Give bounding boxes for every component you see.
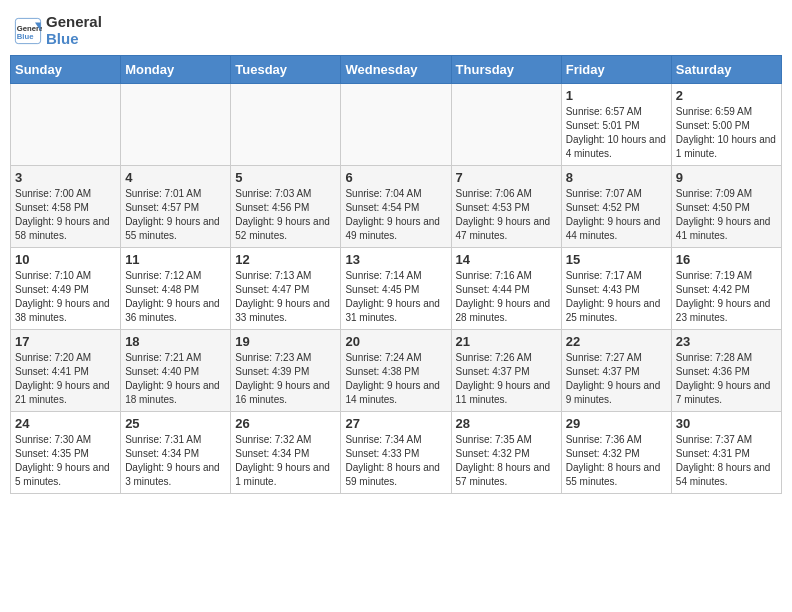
calendar-cell: 10Sunrise: 7:10 AM Sunset: 4:49 PM Dayli… [11,248,121,330]
day-info: Sunrise: 7:09 AM Sunset: 4:50 PM Dayligh… [676,187,777,243]
day-info: Sunrise: 7:12 AM Sunset: 4:48 PM Dayligh… [125,269,226,325]
day-number: 22 [566,334,667,349]
day-header-saturday: Saturday [671,56,781,84]
calendar-week-row: 10Sunrise: 7:10 AM Sunset: 4:49 PM Dayli… [11,248,782,330]
day-number: 12 [235,252,336,267]
day-info: Sunrise: 7:01 AM Sunset: 4:57 PM Dayligh… [125,187,226,243]
day-number: 14 [456,252,557,267]
calendar-cell: 7Sunrise: 7:06 AM Sunset: 4:53 PM Daylig… [451,166,561,248]
day-number: 2 [676,88,777,103]
day-number: 8 [566,170,667,185]
calendar-cell: 21Sunrise: 7:26 AM Sunset: 4:37 PM Dayli… [451,330,561,412]
day-header-thursday: Thursday [451,56,561,84]
calendar-cell: 4Sunrise: 7:01 AM Sunset: 4:57 PM Daylig… [121,166,231,248]
calendar-cell: 22Sunrise: 7:27 AM Sunset: 4:37 PM Dayli… [561,330,671,412]
calendar-cell: 13Sunrise: 7:14 AM Sunset: 4:45 PM Dayli… [341,248,451,330]
calendar-week-row: 17Sunrise: 7:20 AM Sunset: 4:41 PM Dayli… [11,330,782,412]
calendar-cell: 9Sunrise: 7:09 AM Sunset: 4:50 PM Daylig… [671,166,781,248]
calendar-cell: 20Sunrise: 7:24 AM Sunset: 4:38 PM Dayli… [341,330,451,412]
day-number: 7 [456,170,557,185]
day-number: 3 [15,170,116,185]
calendar-cell [341,84,451,166]
day-header-friday: Friday [561,56,671,84]
day-info: Sunrise: 7:03 AM Sunset: 4:56 PM Dayligh… [235,187,336,243]
day-info: Sunrise: 7:34 AM Sunset: 4:33 PM Dayligh… [345,433,446,489]
calendar-cell: 30Sunrise: 7:37 AM Sunset: 4:31 PM Dayli… [671,412,781,494]
calendar-cell: 18Sunrise: 7:21 AM Sunset: 4:40 PM Dayli… [121,330,231,412]
calendar-cell: 14Sunrise: 7:16 AM Sunset: 4:44 PM Dayli… [451,248,561,330]
calendar-table: SundayMondayTuesdayWednesdayThursdayFrid… [10,55,782,494]
day-number: 4 [125,170,226,185]
day-info: Sunrise: 7:21 AM Sunset: 4:40 PM Dayligh… [125,351,226,407]
day-number: 26 [235,416,336,431]
day-info: Sunrise: 7:14 AM Sunset: 4:45 PM Dayligh… [345,269,446,325]
calendar-cell: 24Sunrise: 7:30 AM Sunset: 4:35 PM Dayli… [11,412,121,494]
day-number: 24 [15,416,116,431]
logo: General Blue General Blue [14,14,102,47]
day-number: 9 [676,170,777,185]
calendar-cell: 2Sunrise: 6:59 AM Sunset: 5:00 PM Daylig… [671,84,781,166]
calendar-cell [451,84,561,166]
calendar-week-row: 1Sunrise: 6:57 AM Sunset: 5:01 PM Daylig… [11,84,782,166]
day-info: Sunrise: 7:28 AM Sunset: 4:36 PM Dayligh… [676,351,777,407]
day-info: Sunrise: 7:37 AM Sunset: 4:31 PM Dayligh… [676,433,777,489]
day-info: Sunrise: 7:26 AM Sunset: 4:37 PM Dayligh… [456,351,557,407]
day-header-tuesday: Tuesday [231,56,341,84]
day-info: Sunrise: 7:16 AM Sunset: 4:44 PM Dayligh… [456,269,557,325]
day-info: Sunrise: 7:06 AM Sunset: 4:53 PM Dayligh… [456,187,557,243]
day-number: 21 [456,334,557,349]
logo-text-line1: General [46,14,102,31]
day-number: 5 [235,170,336,185]
calendar-cell: 6Sunrise: 7:04 AM Sunset: 4:54 PM Daylig… [341,166,451,248]
calendar-week-row: 24Sunrise: 7:30 AM Sunset: 4:35 PM Dayli… [11,412,782,494]
logo-icon: General Blue [14,17,42,45]
calendar-cell: 23Sunrise: 7:28 AM Sunset: 4:36 PM Dayli… [671,330,781,412]
day-number: 13 [345,252,446,267]
calendar-cell: 11Sunrise: 7:12 AM Sunset: 4:48 PM Dayli… [121,248,231,330]
calendar-cell: 17Sunrise: 7:20 AM Sunset: 4:41 PM Dayli… [11,330,121,412]
day-info: Sunrise: 7:00 AM Sunset: 4:58 PM Dayligh… [15,187,116,243]
calendar-cell: 12Sunrise: 7:13 AM Sunset: 4:47 PM Dayli… [231,248,341,330]
calendar-cell [11,84,121,166]
calendar-week-row: 3Sunrise: 7:00 AM Sunset: 4:58 PM Daylig… [11,166,782,248]
day-info: Sunrise: 7:19 AM Sunset: 4:42 PM Dayligh… [676,269,777,325]
day-info: Sunrise: 6:57 AM Sunset: 5:01 PM Dayligh… [566,105,667,161]
calendar-cell: 27Sunrise: 7:34 AM Sunset: 4:33 PM Dayli… [341,412,451,494]
day-number: 1 [566,88,667,103]
calendar-cell: 5Sunrise: 7:03 AM Sunset: 4:56 PM Daylig… [231,166,341,248]
calendar-header-row: SundayMondayTuesdayWednesdayThursdayFrid… [11,56,782,84]
calendar-cell: 26Sunrise: 7:32 AM Sunset: 4:34 PM Dayli… [231,412,341,494]
calendar-cell [121,84,231,166]
calendar-cell [231,84,341,166]
logo-text-line2: Blue [46,31,102,48]
day-number: 29 [566,416,667,431]
day-number: 18 [125,334,226,349]
day-info: Sunrise: 7:31 AM Sunset: 4:34 PM Dayligh… [125,433,226,489]
calendar-cell: 1Sunrise: 6:57 AM Sunset: 5:01 PM Daylig… [561,84,671,166]
calendar-cell: 29Sunrise: 7:36 AM Sunset: 4:32 PM Dayli… [561,412,671,494]
day-number: 19 [235,334,336,349]
day-info: Sunrise: 7:24 AM Sunset: 4:38 PM Dayligh… [345,351,446,407]
day-header-monday: Monday [121,56,231,84]
calendar-cell: 25Sunrise: 7:31 AM Sunset: 4:34 PM Dayli… [121,412,231,494]
calendar-cell: 15Sunrise: 7:17 AM Sunset: 4:43 PM Dayli… [561,248,671,330]
calendar-cell: 8Sunrise: 7:07 AM Sunset: 4:52 PM Daylig… [561,166,671,248]
day-info: Sunrise: 7:36 AM Sunset: 4:32 PM Dayligh… [566,433,667,489]
day-info: Sunrise: 7:20 AM Sunset: 4:41 PM Dayligh… [15,351,116,407]
day-number: 15 [566,252,667,267]
day-number: 11 [125,252,226,267]
day-info: Sunrise: 7:17 AM Sunset: 4:43 PM Dayligh… [566,269,667,325]
day-info: Sunrise: 7:35 AM Sunset: 4:32 PM Dayligh… [456,433,557,489]
day-number: 20 [345,334,446,349]
svg-text:Blue: Blue [17,32,34,41]
day-header-sunday: Sunday [11,56,121,84]
day-info: Sunrise: 7:32 AM Sunset: 4:34 PM Dayligh… [235,433,336,489]
day-number: 28 [456,416,557,431]
calendar-cell: 19Sunrise: 7:23 AM Sunset: 4:39 PM Dayli… [231,330,341,412]
day-number: 30 [676,416,777,431]
day-info: Sunrise: 6:59 AM Sunset: 5:00 PM Dayligh… [676,105,777,161]
day-info: Sunrise: 7:07 AM Sunset: 4:52 PM Dayligh… [566,187,667,243]
day-header-wednesday: Wednesday [341,56,451,84]
calendar-cell: 28Sunrise: 7:35 AM Sunset: 4:32 PM Dayli… [451,412,561,494]
day-number: 6 [345,170,446,185]
